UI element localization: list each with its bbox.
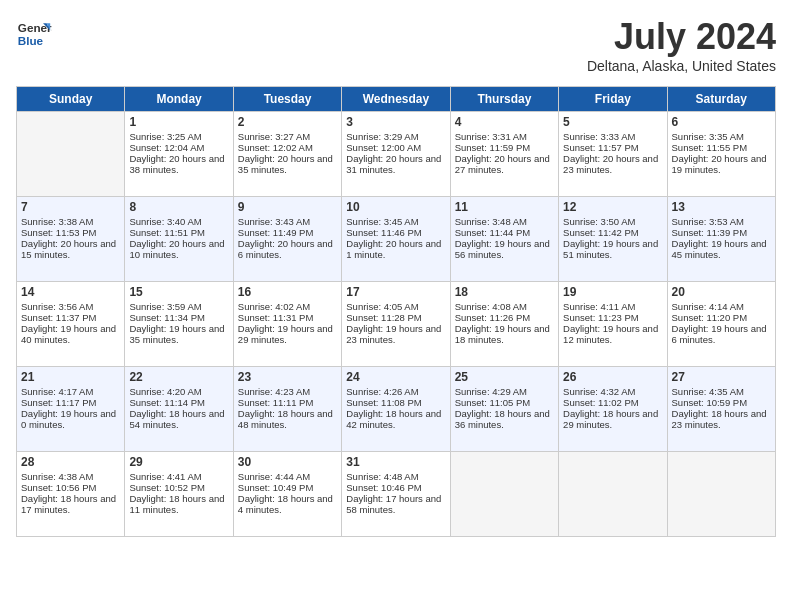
sunset-text: Sunset: 12:02 AM (238, 142, 313, 153)
daylight-text: Daylight: 19 hours and 35 minutes. (129, 323, 224, 345)
daylight-text: Daylight: 20 hours and 6 minutes. (238, 238, 333, 260)
calendar-week-row: 7Sunrise: 3:38 AMSunset: 11:53 PMDayligh… (17, 197, 776, 282)
sunset-text: Sunset: 10:49 PM (238, 482, 314, 493)
sunrise-text: Sunrise: 3:59 AM (129, 301, 201, 312)
calendar-cell: 1Sunrise: 3:25 AMSunset: 12:04 AMDayligh… (125, 112, 233, 197)
calendar-table: SundayMondayTuesdayWednesdayThursdayFrid… (16, 86, 776, 537)
sunset-text: Sunset: 11:37 PM (21, 312, 97, 323)
day-number: 27 (672, 370, 771, 384)
daylight-text: Daylight: 20 hours and 27 minutes. (455, 153, 550, 175)
sunset-text: Sunset: 10:56 PM (21, 482, 97, 493)
daylight-text: Daylight: 20 hours and 38 minutes. (129, 153, 224, 175)
day-number: 26 (563, 370, 662, 384)
calendar-cell: 24Sunrise: 4:26 AMSunset: 11:08 PMDaylig… (342, 367, 450, 452)
daylight-text: Daylight: 18 hours and 36 minutes. (455, 408, 550, 430)
sunset-text: Sunset: 11:14 PM (129, 397, 205, 408)
col-header-friday: Friday (559, 87, 667, 112)
calendar-cell: 6Sunrise: 3:35 AMSunset: 11:55 PMDayligh… (667, 112, 775, 197)
daylight-text: Daylight: 19 hours and 6 minutes. (672, 323, 767, 345)
sunrise-text: Sunrise: 3:43 AM (238, 216, 310, 227)
calendar-cell: 28Sunrise: 4:38 AMSunset: 10:56 PMDaylig… (17, 452, 125, 537)
sunset-text: Sunset: 11:46 PM (346, 227, 422, 238)
sunrise-text: Sunrise: 3:45 AM (346, 216, 418, 227)
sunrise-text: Sunrise: 3:29 AM (346, 131, 418, 142)
sunset-text: Sunset: 12:04 AM (129, 142, 204, 153)
svg-text:General: General (18, 21, 52, 34)
calendar-cell: 27Sunrise: 4:35 AMSunset: 10:59 PMDaylig… (667, 367, 775, 452)
sunset-text: Sunset: 11:23 PM (563, 312, 639, 323)
sunrise-text: Sunrise: 3:25 AM (129, 131, 201, 142)
calendar-cell: 19Sunrise: 4:11 AMSunset: 11:23 PMDaylig… (559, 282, 667, 367)
daylight-text: Daylight: 19 hours and 23 minutes. (346, 323, 441, 345)
day-number: 30 (238, 455, 337, 469)
day-number: 11 (455, 200, 554, 214)
day-number: 15 (129, 285, 228, 299)
daylight-text: Daylight: 18 hours and 54 minutes. (129, 408, 224, 430)
day-number: 20 (672, 285, 771, 299)
col-header-wednesday: Wednesday (342, 87, 450, 112)
daylight-text: Daylight: 18 hours and 23 minutes. (672, 408, 767, 430)
sunrise-text: Sunrise: 4:32 AM (563, 386, 635, 397)
logo-icon: General Blue (16, 16, 52, 52)
daylight-text: Daylight: 20 hours and 23 minutes. (563, 153, 658, 175)
sunrise-text: Sunrise: 4:44 AM (238, 471, 310, 482)
daylight-text: Daylight: 19 hours and 29 minutes. (238, 323, 333, 345)
sunrise-text: Sunrise: 4:20 AM (129, 386, 201, 397)
daylight-text: Daylight: 20 hours and 31 minutes. (346, 153, 441, 175)
daylight-text: Daylight: 19 hours and 45 minutes. (672, 238, 767, 260)
day-number: 12 (563, 200, 662, 214)
calendar-cell (17, 112, 125, 197)
daylight-text: Daylight: 20 hours and 10 minutes. (129, 238, 224, 260)
sunrise-text: Sunrise: 4:08 AM (455, 301, 527, 312)
calendar-cell (450, 452, 558, 537)
day-number: 22 (129, 370, 228, 384)
calendar-cell: 5Sunrise: 3:33 AMSunset: 11:57 PMDayligh… (559, 112, 667, 197)
sunset-text: Sunset: 11:42 PM (563, 227, 639, 238)
sunrise-text: Sunrise: 4:35 AM (672, 386, 744, 397)
day-number: 23 (238, 370, 337, 384)
calendar-header-row: SundayMondayTuesdayWednesdayThursdayFrid… (17, 87, 776, 112)
sunrise-text: Sunrise: 4:14 AM (672, 301, 744, 312)
sunrise-text: Sunrise: 4:05 AM (346, 301, 418, 312)
daylight-text: Daylight: 19 hours and 18 minutes. (455, 323, 550, 345)
sunset-text: Sunset: 11:53 PM (21, 227, 97, 238)
daylight-text: Daylight: 18 hours and 4 minutes. (238, 493, 333, 515)
daylight-text: Daylight: 20 hours and 19 minutes. (672, 153, 767, 175)
sunrise-text: Sunrise: 3:38 AM (21, 216, 93, 227)
calendar-cell: 18Sunrise: 4:08 AMSunset: 11:26 PMDaylig… (450, 282, 558, 367)
calendar-cell: 17Sunrise: 4:05 AMSunset: 11:28 PMDaylig… (342, 282, 450, 367)
logo: General Blue (16, 16, 52, 52)
day-number: 16 (238, 285, 337, 299)
calendar-week-row: 14Sunrise: 3:56 AMSunset: 11:37 PMDaylig… (17, 282, 776, 367)
sunrise-text: Sunrise: 3:33 AM (563, 131, 635, 142)
day-number: 2 (238, 115, 337, 129)
sunset-text: Sunset: 11:11 PM (238, 397, 314, 408)
day-number: 7 (21, 200, 120, 214)
day-number: 8 (129, 200, 228, 214)
sunset-text: Sunset: 11:31 PM (238, 312, 314, 323)
day-number: 19 (563, 285, 662, 299)
daylight-text: Daylight: 20 hours and 35 minutes. (238, 153, 333, 175)
day-number: 29 (129, 455, 228, 469)
calendar-title: July 2024 (587, 16, 776, 58)
calendar-cell: 31Sunrise: 4:48 AMSunset: 10:46 PMDaylig… (342, 452, 450, 537)
daylight-text: Daylight: 18 hours and 48 minutes. (238, 408, 333, 430)
daylight-text: Daylight: 18 hours and 42 minutes. (346, 408, 441, 430)
day-number: 14 (21, 285, 120, 299)
daylight-text: Daylight: 20 hours and 15 minutes. (21, 238, 116, 260)
sunrise-text: Sunrise: 4:02 AM (238, 301, 310, 312)
calendar-cell: 30Sunrise: 4:44 AMSunset: 10:49 PMDaylig… (233, 452, 341, 537)
daylight-text: Daylight: 20 hours and 1 minute. (346, 238, 441, 260)
day-number: 28 (21, 455, 120, 469)
calendar-cell: 25Sunrise: 4:29 AMSunset: 11:05 PMDaylig… (450, 367, 558, 452)
sunrise-text: Sunrise: 4:41 AM (129, 471, 201, 482)
sunset-text: Sunset: 11:08 PM (346, 397, 422, 408)
calendar-cell (667, 452, 775, 537)
calendar-cell: 22Sunrise: 4:20 AMSunset: 11:14 PMDaylig… (125, 367, 233, 452)
daylight-text: Daylight: 18 hours and 29 minutes. (563, 408, 658, 430)
day-number: 10 (346, 200, 445, 214)
sunset-text: Sunset: 12:00 AM (346, 142, 421, 153)
col-header-saturday: Saturday (667, 87, 775, 112)
calendar-cell: 16Sunrise: 4:02 AMSunset: 11:31 PMDaylig… (233, 282, 341, 367)
calendar-week-row: 28Sunrise: 4:38 AMSunset: 10:56 PMDaylig… (17, 452, 776, 537)
